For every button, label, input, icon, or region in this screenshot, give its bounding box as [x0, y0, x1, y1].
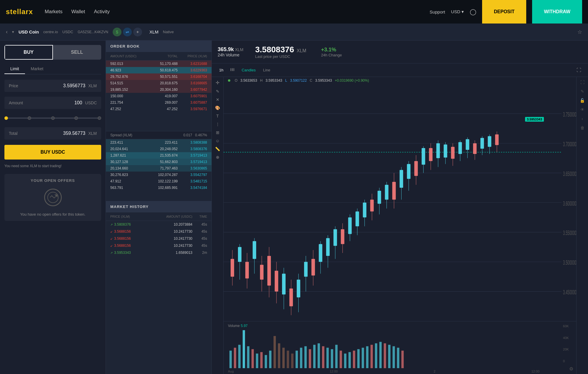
slider-dot-25[interactable] — [28, 116, 31, 120]
direction-down-icon: ↙ — [110, 230, 113, 233]
crosshair-icon[interactable]: ✛ — [216, 80, 219, 85]
ohlc-high: 3.5953343 — [266, 78, 282, 83]
lock-icon[interactable]: 🔓 — [580, 98, 585, 103]
svg-text:0: 0 — [563, 359, 565, 363]
buy-order-row[interactable]: 1,287.621 21,535.674 3.5719413 — [106, 152, 211, 159]
nav-markets[interactable]: Markets — [45, 9, 62, 15]
svg-rect-50 — [363, 203, 367, 217]
buy-order-row[interactable]: 20,024.641 20,248.052 3.5808376 — [106, 146, 211, 152]
buy-sell-tabs: BUY SELL — [4, 45, 101, 60]
sell-order-row[interactable]: 514.515 20,818.675 3.6168665 — [106, 80, 211, 86]
chart-right-toolbar: ⛶ ✎ 🔓 👁 ‹ 🗑 — [576, 77, 588, 374]
nav-right: Support USD ▾ ◯ DEPOSIT WITHDRAW — [430, 0, 582, 24]
ruler-icon[interactable]: 📏 — [215, 147, 220, 151]
slider-dot-0[interactable] — [4, 116, 8, 120]
left-panel: BUY SELL Limit Market Price XLM Amount U… — [0, 41, 106, 374]
eye-icon[interactable]: 👁 — [580, 107, 584, 112]
direction-up-icon: ↗ — [110, 223, 113, 226]
market-history-row[interactable]: ↗ 3.5953343 1.6589013 2m — [106, 249, 211, 256]
back-icon2[interactable]: ‹ — [582, 116, 583, 121]
x-label-2: 2 — [434, 370, 435, 373]
chart-left-tools: 1h Candles Line — [216, 66, 273, 74]
nav-wallet[interactable]: Wallet — [71, 9, 85, 15]
withdraw-button[interactable]: WITHDRAW — [532, 0, 582, 24]
sell-order-row[interactable]: 29,752.876 50,571.551 3.6168704 — [106, 73, 211, 80]
sell-order-row[interactable]: 19,885.152 20,304.160 3.6077942 — [106, 86, 211, 93]
market-history-row[interactable]: ↙ 3.5688156 10.2417730 45s — [106, 242, 211, 249]
svg-rect-14 — [231, 259, 234, 277]
total-input[interactable] — [32, 131, 85, 136]
buy-order-row[interactable]: 30,127.128 51,662.803 3.5719413 — [106, 159, 211, 165]
order-book-header: ORDER BOOK — [106, 41, 211, 52]
slider-dot-50[interactable] — [51, 116, 55, 120]
svg-point-0 — [48, 192, 58, 203]
back-button[interactable]: ‹ — [6, 29, 8, 35]
chart-main: O 3.5633653 H 3.5953343 L 3.5907122 C 3.… — [224, 77, 576, 374]
expand-chart-btn[interactable]: ⛶ — [574, 66, 584, 74]
volume-value: 5.97 — [241, 324, 247, 328]
sell-order-row[interactable]: 47.252 47.252 3.5976671 — [106, 106, 211, 112]
grid-icon[interactable]: ⊞ — [216, 130, 219, 135]
svg-text:3.7500000: 3.7500000 — [563, 111, 576, 118]
pencil-icon[interactable]: ✎ — [216, 89, 219, 94]
paint-icon[interactable]: 🎨 — [215, 105, 220, 110]
asset-dropdown[interactable]: ▾ — [12, 30, 14, 34]
market-tab[interactable]: Market — [25, 64, 49, 74]
chart-settings-icon[interactable]: ⚙ — [569, 366, 573, 372]
market-history-row[interactable]: ↙ 3.5688156 10.2417730 45s — [106, 235, 211, 242]
svg-text:3.6000000: 3.6000000 — [563, 199, 576, 207]
timeframe-1h[interactable]: 1h — [216, 66, 226, 74]
node-icon[interactable]: ⋮ — [216, 122, 220, 127]
price-input[interactable] — [32, 83, 85, 88]
asset-address: GA5ZSE...K4KZVN — [78, 30, 108, 34]
sell-order-row[interactable]: 221.754 269.007 3.6075887 — [106, 99, 211, 106]
diagonal-icon[interactable]: ✕ — [216, 97, 219, 102]
buy-tab[interactable]: BUY — [4, 45, 53, 60]
text-icon[interactable]: T — [216, 114, 219, 118]
buy-order-row[interactable]: 20,134.660 71,797.463 3.5630865 — [106, 165, 211, 172]
buy-order-row[interactable]: 47.912 102,122.199 3.5481715 — [106, 178, 211, 185]
asset-issuer: centre.io — [43, 30, 58, 34]
nav-currency-selector[interactable]: USD ▾ — [451, 9, 464, 14]
buy-order-row[interactable]: 563.791 102,685.991 3.5474184 — [106, 185, 211, 191]
nav-user-icon[interactable]: ◯ — [470, 8, 476, 15]
svg-rect-105 — [278, 343, 280, 368]
market-history-row[interactable]: ↙ 3.5688156 10.2417730 45s — [106, 228, 211, 235]
market-history-columns: PRICE (XLM) AMOUNT (USDC) TIME — [106, 212, 211, 221]
emoji-icon[interactable]: ☺ — [215, 138, 219, 143]
sell-order-row[interactable]: 150.000 419.007 3.6075901 — [106, 93, 211, 99]
sell-tab[interactable]: SELL — [53, 45, 101, 60]
price-value: 3.5808376 XLM — [255, 45, 306, 54]
zoom-icon[interactable]: ⊕ — [216, 155, 219, 160]
amount-input[interactable] — [32, 100, 82, 105]
sell-order-row[interactable]: 46.923 50,618.475 3.6229363 — [106, 67, 211, 73]
sell-order-row[interactable]: 592.013 51,170.488 3.6231688 — [106, 61, 211, 67]
nav-support[interactable]: Support — [430, 9, 445, 14]
delete-icon[interactable]: 🗑 — [580, 125, 584, 130]
direction-up-icon: ↗ — [110, 251, 113, 254]
buy-usdc-button[interactable]: BUY USDC — [4, 145, 101, 160]
asset-favorite[interactable]: ☆ — [577, 29, 582, 35]
amount-slider[interactable] — [4, 114, 101, 123]
x-axis: Aug 12:00 2 12:00 — [224, 369, 544, 374]
buy-order-row[interactable]: 30,276.823 102,074.287 3.5542797 — [106, 172, 211, 178]
deposit-button[interactable]: DEPOSIT — [482, 0, 526, 24]
market-history-row[interactable]: ↗ 3.5808376 10.2073884 45s — [106, 221, 211, 228]
price-field: Price XLM — [4, 80, 101, 92]
svg-rect-127 — [375, 343, 377, 368]
expand-icon[interactable]: ⛶ — [580, 80, 584, 85]
slider-dot-100[interactable] — [98, 116, 101, 120]
svg-rect-124 — [362, 348, 364, 368]
buy-orders: 223.411 223.411 3.5808388 20,024.641 20,… — [106, 139, 211, 201]
svg-rect-120 — [344, 353, 347, 368]
logo-suffix: x — [29, 8, 33, 16]
nav-activity[interactable]: Activity — [94, 9, 110, 15]
line-btn[interactable]: Line — [260, 66, 273, 74]
buy-order-row[interactable]: 223.411 223.411 3.5808388 — [106, 139, 211, 146]
svg-rect-108 — [291, 353, 294, 368]
pencil2-icon[interactable]: ✎ — [581, 89, 584, 94]
limit-tab[interactable]: Limit — [4, 64, 25, 74]
slider-dot-75[interactable] — [74, 116, 78, 120]
candles-btn[interactable]: Candles — [239, 66, 259, 74]
chart-settings-btn[interactable] — [228, 66, 237, 74]
